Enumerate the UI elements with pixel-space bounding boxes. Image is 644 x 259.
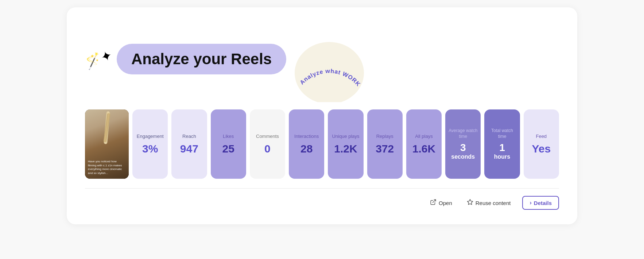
header-area: 🪄✦ Analyze your Reels Analyze what WORKS bbox=[85, 18, 559, 98]
stat-card-interactions: Interactions 28 bbox=[289, 109, 324, 179]
reuse-label: Reuse content bbox=[476, 200, 511, 206]
svg-line-2 bbox=[433, 200, 436, 202]
stat-value-avg-watch-sub: seconds bbox=[451, 154, 475, 160]
wand-icon: 🪄✦ bbox=[83, 47, 114, 71]
arc-container: Analyze what WORKS bbox=[289, 22, 369, 102]
stat-value-all-plays: 1.6K bbox=[412, 143, 435, 155]
open-button[interactable]: Open bbox=[427, 197, 455, 208]
reuse-content-button[interactable]: Reuse content bbox=[464, 197, 514, 208]
video-thumbnail: Have you noticed how filming with c.1 z1… bbox=[85, 109, 129, 179]
stat-value-comments: 0 bbox=[264, 143, 271, 155]
stat-label-interactions: Interactions bbox=[294, 134, 319, 140]
stat-card-likes: Likes 25 bbox=[211, 109, 246, 179]
open-label: Open bbox=[439, 200, 452, 206]
stat-label-total-watch: Total watch time bbox=[487, 128, 517, 139]
stat-card-reach: Reach 947 bbox=[171, 109, 207, 179]
stat-value-avg-watch: 3 bbox=[460, 142, 466, 154]
stat-card-unique-plays: Unique plays 1.2K bbox=[328, 109, 363, 179]
stat-value-unique-plays: 1.2K bbox=[334, 143, 357, 155]
stat-label-likes: Likes bbox=[223, 134, 234, 140]
stat-label-replays: Replays bbox=[376, 134, 393, 140]
stats-row: Have you noticed how filming with c.1 z1… bbox=[85, 109, 559, 182]
stat-value-total-watch: 1 bbox=[499, 142, 505, 154]
details-button[interactable]: › Details bbox=[522, 196, 559, 210]
stat-value-engagement: 3% bbox=[142, 143, 158, 155]
page-title: Analyze your Reels bbox=[117, 44, 286, 74]
stat-value-total-watch-sub: hours bbox=[494, 154, 510, 160]
stat-value-likes: 25 bbox=[222, 143, 234, 155]
stat-card-engagement: Engagement 3% bbox=[132, 109, 168, 179]
thumbnail-caption: Have you noticed how filming with c.1 z1… bbox=[88, 160, 126, 175]
stat-value-replays: 372 bbox=[376, 143, 394, 155]
actions-row: Open Reuse content › Details bbox=[85, 194, 559, 210]
stat-card-replays: Replays 372 bbox=[367, 109, 403, 179]
stat-label-reach: Reach bbox=[182, 134, 196, 140]
stat-value-interactions: 28 bbox=[300, 143, 313, 155]
divider bbox=[85, 188, 559, 189]
stat-label-engagement: Engagement bbox=[137, 134, 164, 140]
stat-card-all-plays: All plays 1.6K bbox=[406, 109, 442, 179]
stat-value-reach: 947 bbox=[180, 143, 198, 155]
arc-svg: Analyze what WORKS bbox=[289, 22, 369, 102]
reuse-icon bbox=[467, 199, 473, 207]
stat-label-all-plays: All plays bbox=[415, 134, 432, 140]
stat-value-feed: Yes bbox=[532, 143, 551, 155]
details-chevron-icon: › bbox=[529, 200, 531, 206]
stat-card-feed: Feed Yes bbox=[524, 109, 559, 179]
stat-label-unique-plays: Unique plays bbox=[332, 134, 359, 140]
wand-title-group: 🪄✦ Analyze your Reels bbox=[85, 44, 286, 74]
stats-row-wrapper: Have you noticed how filming with c.1 z1… bbox=[85, 109, 559, 182]
stat-label-avg-watch: Average watch time bbox=[448, 128, 478, 139]
stat-card-total-watch: Total watch time 1 hours bbox=[484, 109, 520, 179]
page-container: 🪄✦ Analyze your Reels Analyze what WORKS bbox=[67, 7, 577, 224]
stat-card-comments: Comments 0 bbox=[250, 109, 285, 179]
stat-label-feed: Feed bbox=[536, 134, 547, 140]
stat-label-comments: Comments bbox=[256, 134, 279, 140]
stat-card-avg-watch: Average watch time 3 seconds bbox=[445, 109, 481, 179]
details-label: Details bbox=[534, 200, 552, 206]
open-icon bbox=[430, 199, 437, 207]
